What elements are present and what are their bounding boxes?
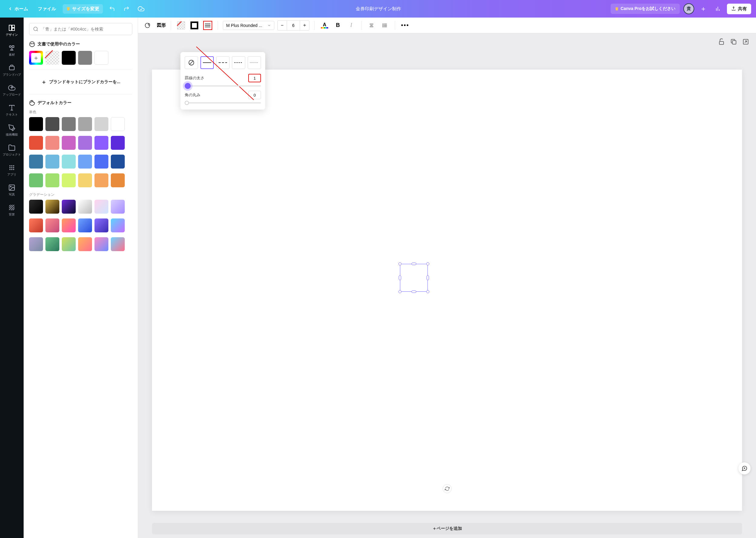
color-swatch[interactable] (29, 173, 43, 187)
color-swatch[interactable] (94, 136, 108, 150)
gradient-swatch[interactable] (78, 218, 92, 232)
gradient-swatch[interactable] (111, 218, 125, 232)
color-swatch[interactable] (111, 155, 125, 169)
bold-button[interactable]: B (333, 20, 343, 30)
color-swatch[interactable] (45, 136, 59, 150)
gradient-swatch[interactable] (78, 237, 92, 251)
gradient-swatch[interactable] (45, 218, 59, 232)
increase-font-button[interactable]: ＋ (300, 21, 309, 30)
add-page-button[interactable]: ＋ページを追加 (152, 523, 742, 534)
avatar[interactable]: 貴 (683, 3, 694, 14)
undo-button[interactable] (107, 3, 117, 14)
gradient-swatch[interactable] (29, 218, 43, 232)
resize-handle[interactable] (426, 262, 429, 265)
border-style-solid[interactable] (201, 56, 214, 69)
share-button[interactable]: 共有 (727, 4, 751, 14)
gradient-swatch[interactable] (45, 200, 59, 214)
comment-fab[interactable] (738, 462, 751, 474)
gradient-swatch[interactable] (62, 237, 76, 251)
border-weight-input[interactable] (248, 74, 261, 82)
color-search[interactable] (29, 23, 132, 35)
border-style-button[interactable] (203, 20, 213, 30)
font-size-stepper[interactable]: − 6 ＋ (277, 20, 310, 30)
border-style-none[interactable] (185, 56, 198, 69)
gradient-swatch[interactable] (94, 218, 108, 232)
list-button[interactable] (380, 20, 390, 30)
color-swatch[interactable] (29, 155, 43, 169)
resize-handle[interactable] (411, 291, 416, 293)
rail-upload[interactable]: アップロード (0, 81, 24, 100)
color-swatch[interactable] (78, 173, 92, 187)
color-swatch[interactable] (78, 155, 92, 169)
canvas-page[interactable] (152, 70, 742, 511)
corner-radius-slider[interactable] (185, 102, 261, 103)
border-style-dotted[interactable] (248, 56, 261, 69)
color-swatch[interactable] (78, 136, 92, 150)
rail-photo[interactable]: 写真 (0, 180, 24, 200)
color-swatch[interactable] (94, 155, 108, 169)
color-swatch[interactable] (62, 117, 76, 131)
search-input[interactable] (41, 27, 128, 31)
rail-draw[interactable]: 描画機能 (0, 121, 24, 140)
color-swatch[interactable] (62, 155, 76, 169)
rail-text[interactable]: テキスト (0, 100, 24, 121)
rail-projects[interactable]: プロジェクト (0, 140, 24, 160)
fill-color-button[interactable] (176, 20, 186, 30)
resize-handle[interactable] (398, 262, 401, 265)
decrease-font-button[interactable]: − (278, 21, 287, 30)
redo-button[interactable] (121, 3, 132, 14)
color-swatch[interactable] (78, 51, 92, 65)
color-swatch[interactable] (62, 136, 76, 150)
gradient-swatch[interactable] (29, 237, 43, 251)
gradient-swatch[interactable] (29, 200, 43, 214)
color-swatch[interactable] (78, 117, 92, 131)
color-swatch[interactable] (29, 136, 43, 150)
duplicate-page-icon[interactable] (730, 38, 737, 45)
resize-handle[interactable] (399, 275, 401, 280)
add-color-swatch[interactable]: ＋ (29, 51, 43, 65)
border-weight-slider[interactable] (185, 85, 261, 86)
color-swatch[interactable] (111, 117, 125, 131)
italic-button[interactable]: I (346, 20, 356, 30)
transparent-swatch[interactable] (45, 51, 59, 65)
gradient-swatch[interactable] (111, 237, 125, 251)
rail-elements[interactable]: 素材 (0, 40, 24, 61)
gradient-swatch[interactable] (62, 218, 76, 232)
unlock-icon[interactable] (718, 38, 725, 45)
corner-radius-input[interactable] (248, 91, 261, 99)
home-link[interactable]: ホーム (5, 4, 31, 14)
color-swatch[interactable] (94, 117, 108, 131)
color-swatch[interactable] (62, 51, 76, 65)
color-swatch[interactable] (45, 173, 59, 187)
cloud-sync-icon[interactable] (136, 3, 146, 14)
color-swatch[interactable] (94, 173, 108, 187)
color-swatch[interactable] (29, 117, 43, 131)
color-swatch[interactable] (94, 51, 108, 65)
resize-handle[interactable] (427, 275, 429, 280)
color-swatch[interactable] (45, 155, 59, 169)
edit-shape-button[interactable] (142, 20, 152, 30)
gradient-swatch[interactable] (94, 237, 108, 251)
gradient-swatch[interactable] (111, 200, 125, 214)
rail-apps[interactable]: アプリ (0, 160, 24, 180)
more-options-button[interactable]: ••• (400, 20, 410, 30)
selected-shape[interactable] (400, 264, 428, 292)
color-swatch[interactable] (45, 117, 59, 131)
border-style-dashed-long[interactable] (216, 56, 229, 69)
rail-brandhub[interactable]: ブランドハブ (0, 61, 24, 81)
export-page-icon[interactable] (742, 38, 749, 45)
gradient-swatch[interactable] (62, 200, 76, 214)
border-color-button[interactable] (189, 20, 200, 30)
resize-button[interactable]: ♛ サイズを変更 (63, 4, 103, 14)
gradient-swatch[interactable] (78, 200, 92, 214)
rail-background[interactable]: 背景 (0, 200, 24, 220)
document-title[interactable]: 金券印刷デザイン制作 (149, 6, 608, 12)
text-color-button[interactable]: A (320, 20, 330, 30)
rail-design[interactable]: デザイン (0, 21, 24, 40)
font-family-select[interactable]: M Plus Rounded ... (223, 21, 274, 30)
gradient-swatch[interactable] (45, 237, 59, 251)
resize-handle[interactable] (426, 290, 429, 293)
sync-button[interactable] (443, 484, 452, 493)
pro-upgrade-button[interactable]: ♛Canva Proをお試しください (611, 4, 680, 14)
font-size-value[interactable]: 6 (287, 21, 300, 30)
